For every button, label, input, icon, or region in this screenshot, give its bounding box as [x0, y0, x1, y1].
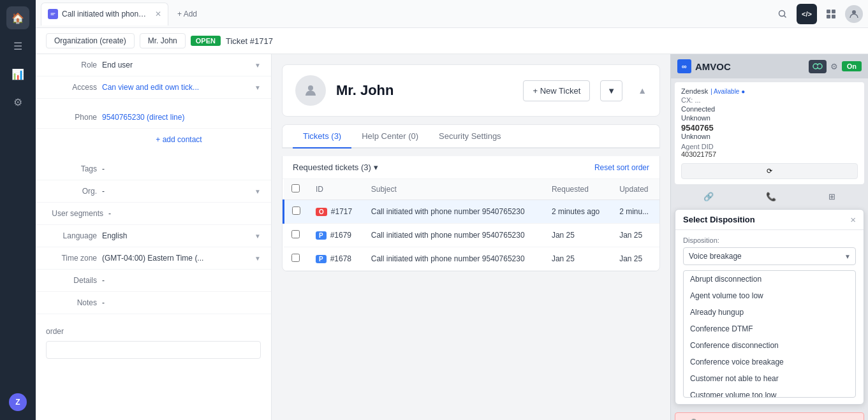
language-label: Language	[46, 231, 97, 240]
access-row: Access Can view and edit own tick... ▼	[36, 76, 271, 99]
ticket-number: Ticket #1717	[226, 36, 273, 46]
tab-tickets[interactable]: Tickets (3)	[293, 125, 351, 148]
gear-icon-btn[interactable]: ⚙	[830, 62, 838, 71]
tab-add-button[interactable]: + Add	[171, 6, 203, 22]
infinity-icon-btn[interactable]	[809, 60, 827, 73]
notes-row: Notes -	[36, 292, 271, 314]
new-ticket-dropdown[interactable]: ▼	[600, 80, 622, 101]
language-value: English	[102, 231, 249, 240]
tickets-table: ID Subject Requested Updated O	[283, 179, 659, 271]
grid-icon-2[interactable]: ⊞	[828, 192, 835, 201]
link-icon[interactable]: 🔗	[703, 192, 714, 201]
ticket-id-cell: P #1679	[308, 224, 364, 247]
tags-value: -	[102, 164, 261, 173]
ticket-requested-cell: 2 minutes ago	[544, 200, 612, 224]
grid-button[interactable]	[821, 4, 841, 24]
disposition-panel-outer: ∞ AMVOC ⚙ On	[670, 54, 868, 420]
svg-point-6	[852, 10, 856, 14]
timezone-value: (GMT-04:00) Eastern Time (...	[102, 254, 249, 263]
new-ticket-label: + New Ticket	[533, 86, 580, 96]
svg-rect-5	[832, 15, 835, 18]
status-badge-open: O	[316, 208, 327, 216]
user-panel: Role End user ▼ Access Can view and edit…	[36, 54, 272, 420]
connected-row: Connected	[681, 105, 858, 113]
svg-rect-0	[49, 10, 57, 18]
tab-1717[interactable]: Call initiated with phone nu... ✕	[41, 3, 168, 25]
select-all-checkbox[interactable]	[291, 184, 300, 192]
tab-close-button[interactable]: ✕	[155, 10, 161, 18]
disposition-options-list: Abrupt disconnection Agent volume too lo…	[683, 270, 856, 398]
available-text: | Available ●	[710, 88, 745, 95]
user-segments-value: -	[108, 209, 261, 218]
option-abrupt[interactable]: Abrupt disconnection	[684, 271, 855, 287]
toggle-on-badge[interactable]: On	[842, 61, 862, 71]
tab-security-settings[interactable]: Security Settings	[429, 125, 511, 148]
table-row[interactable]: P #1679 Call initiated with phone number…	[284, 224, 660, 247]
option-conference-voice[interactable]: Conference voice breakage	[684, 354, 855, 370]
row-checkbox[interactable]	[291, 230, 300, 238]
disposition-select[interactable]: Abrupt disconnection Agent volume too lo…	[683, 247, 856, 265]
language-dropdown-arrow[interactable]: ▼	[254, 233, 261, 240]
brand-name: AMVOC	[695, 61, 731, 72]
svg-rect-3	[832, 10, 835, 13]
panel-info: Zendesk | Available ● CX: ... Connected …	[675, 82, 864, 184]
add-contact-button[interactable]: + add contact	[97, 131, 261, 148]
option-agent-volume[interactable]: Agent volume too low	[684, 287, 855, 304]
row-checkbox[interactable]	[291, 254, 300, 262]
access-dropdown-arrow[interactable]: ▼	[254, 84, 261, 91]
zendesk-label: Zendesk	[681, 87, 708, 95]
role-dropdown-arrow[interactable]: ▼	[254, 62, 261, 69]
ticket-id: #1717	[331, 207, 352, 216]
tab-bar: Call initiated with phone nu... ✕ + Add …	[36, 0, 868, 28]
action-btn-1[interactable]: ⟳	[681, 163, 858, 179]
org-dropdown-arrow[interactable]: ▼	[254, 188, 261, 195]
unknown-row2: Unknown	[681, 133, 858, 140]
reset-sort-button[interactable]: Reset sort order	[594, 163, 649, 172]
sidebar-home-icon[interactable]: 🏠	[6, 6, 29, 29]
notes-label: Notes	[46, 298, 97, 307]
sidebar-reports-icon[interactable]: 📊	[6, 62, 29, 85]
breadcrumb-org[interactable]: Organization (create)	[46, 33, 135, 48]
col-id: ID	[308, 179, 364, 200]
tags-label: Tags	[46, 164, 97, 173]
search-button[interactable]	[772, 4, 793, 24]
ticket-status-badge: OPEN	[191, 36, 221, 46]
status-badge-pending: P	[316, 231, 327, 240]
row-checkbox[interactable]	[292, 206, 300, 215]
tab-add-label: + Add	[177, 10, 197, 18]
ticket-requested-cell: Jan 25	[544, 224, 612, 247]
timezone-dropdown-arrow[interactable]: ▼	[254, 255, 261, 262]
role-value: End user	[102, 61, 249, 69]
option-customer-volume[interactable]: Customer volume too low	[684, 387, 855, 398]
phone-row: Phone 9540765230 (direct line)	[36, 106, 271, 129]
disposition-label: Disposition:	[683, 236, 856, 244]
right-panel: ∞ AMVOC ⚙ On	[670, 54, 868, 420]
order-input[interactable]	[46, 341, 261, 359]
tickets-count[interactable]: Requested tickets (3) ▾	[293, 163, 378, 172]
table-row[interactable]: P #1678 Call initiated with phone number…	[284, 247, 660, 271]
table-row[interactable]: O #1717 Call initiated with phone number…	[284, 200, 660, 224]
new-ticket-button[interactable]: + New Ticket	[523, 80, 590, 101]
breadcrumb-user[interactable]: Mr. John	[140, 33, 186, 48]
collapse-button[interactable]: ▲	[638, 85, 647, 96]
sidebar-tickets-icon[interactable]: ☰	[6, 34, 29, 57]
access-label: Access	[46, 83, 97, 92]
svg-rect-2	[827, 10, 830, 13]
option-customer-not-hear[interactable]: Customer not able to hear	[684, 370, 855, 387]
modal-close-button[interactable]: ×	[850, 215, 856, 224]
sidebar-avatar-icon[interactable]: Z	[6, 391, 29, 414]
user-segments-label: User segments	[46, 209, 103, 218]
details-value: -	[102, 276, 261, 285]
main-area: Call initiated with phone nu... ✕ + Add …	[36, 0, 868, 420]
sidebar-settings-icon[interactable]: ⚙	[6, 91, 29, 113]
phone-icon[interactable]: 📞	[766, 192, 776, 201]
user-avatar[interactable]	[845, 5, 863, 23]
phone-value[interactable]: 9540765230 (direct line)	[102, 113, 261, 122]
timezone-row: Time zone (GMT-04:00) Eastern Time (... …	[36, 247, 271, 270]
details-row: Details -	[36, 270, 271, 292]
option-already-hungup[interactable]: Already hungup	[684, 304, 855, 321]
option-conference-disconnection[interactable]: Conference disconnection	[684, 337, 855, 354]
option-conference-dtmf[interactable]: Conference DTMF	[684, 321, 855, 337]
code-button[interactable]: </>	[797, 4, 817, 24]
tab-help-center[interactable]: Help Center (0)	[351, 125, 429, 148]
